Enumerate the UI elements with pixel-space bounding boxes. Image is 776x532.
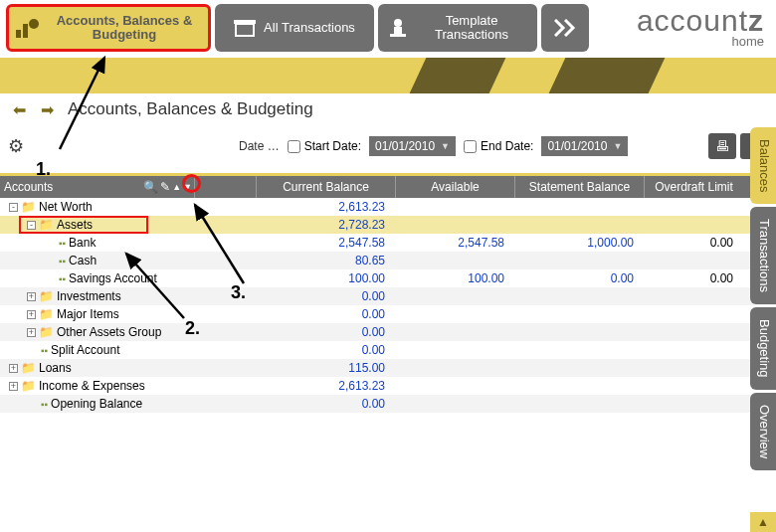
- print-button[interactable]: 🖶: [708, 133, 736, 159]
- banner-strip: [0, 58, 776, 93]
- gear-icon[interactable]: ⚙: [8, 135, 24, 157]
- svg-rect-6: [394, 27, 402, 34]
- tree-expander[interactable]: +: [27, 310, 36, 319]
- tree-expander[interactable]: -: [9, 203, 18, 212]
- page-title: Accounts, Balances & Budgeting: [68, 99, 313, 119]
- tree-label: Income & Expenses: [39, 379, 145, 393]
- end-date-label: End Date:: [481, 139, 533, 153]
- tree-expander[interactable]: +: [9, 382, 18, 391]
- table-row[interactable]: ▪▪Opening Balance0.00: [0, 395, 776, 413]
- start-date-checkbox[interactable]: Start Date:: [288, 139, 361, 153]
- column-available[interactable]: Available: [395, 176, 514, 198]
- column-current-balance[interactable]: Current Balance: [256, 176, 395, 198]
- svg-point-7: [394, 19, 402, 27]
- tree-cell: -📁Assets: [0, 218, 194, 232]
- tree-label: Bank: [69, 236, 96, 250]
- tab-balances[interactable]: Balances: [750, 127, 776, 204]
- folder-icon: 📁: [39, 218, 54, 232]
- cell-cb: 0.00: [256, 289, 395, 303]
- cell-sb: 1,000.00: [514, 236, 644, 250]
- svg-rect-3: [236, 24, 254, 36]
- tree-label: Other Assets Group: [57, 325, 161, 339]
- tree-cell: ▪▪Split Account: [0, 343, 194, 357]
- accounts-balances-button[interactable]: Accounts, Balances & Budgeting: [6, 4, 211, 52]
- table-row[interactable]: +📁Other Assets Group0.00: [0, 323, 776, 341]
- tree-cell: ▪▪Savings Account: [0, 271, 194, 285]
- column-overdraft-limit[interactable]: Overdraft Limit: [644, 176, 743, 198]
- tree-label: Savings Account: [69, 271, 157, 285]
- cell-cb: 0.00: [256, 325, 395, 339]
- column-accounts-label: Accounts: [4, 180, 53, 194]
- collapse-icon[interactable]: ▲: [172, 182, 181, 192]
- tree-cell: +📁Other Assets Group: [0, 325, 194, 339]
- cell-cb: 2,728.23: [256, 218, 395, 232]
- all-transactions-label: All Transactions: [264, 21, 355, 35]
- tree-label: Assets: [57, 218, 93, 232]
- transactions-icon: [234, 18, 256, 38]
- chart-icon: [16, 18, 40, 38]
- tree-expander[interactable]: +: [27, 292, 36, 301]
- svg-point-2: [29, 19, 39, 29]
- tree-label: Split Account: [51, 343, 119, 357]
- expand-icon[interactable]: ▼: [183, 182, 192, 192]
- end-date-value: 01/01/2010: [547, 139, 607, 153]
- folder-icon: 📁: [39, 307, 54, 321]
- tree-label: Net Worth: [39, 200, 93, 214]
- tree-expander[interactable]: +: [9, 364, 18, 373]
- cell-ol: 0.00: [644, 236, 743, 250]
- column-accounts[interactable]: Accounts 🔍 ✎ ▲ ▼: [0, 176, 194, 198]
- nav-forward-button[interactable]: ➡: [36, 100, 58, 118]
- end-date-picker[interactable]: 01/01/2010▼: [541, 136, 628, 156]
- nav-arrows: ⬅ ➡: [8, 100, 58, 118]
- template-transactions-button[interactable]: Template Transactions: [378, 4, 537, 52]
- template-transactions-label: Template Transactions: [416, 14, 527, 43]
- tab-budgeting[interactable]: Budgeting: [750, 307, 776, 390]
- table-row[interactable]: ▪▪Cash80.65: [0, 252, 776, 269]
- table-row[interactable]: +📁Major Items0.00: [0, 305, 776, 323]
- tree-label: Loans: [39, 361, 72, 375]
- edit-icon[interactable]: ✎: [160, 180, 170, 194]
- cell-cb: 2,613.23: [256, 200, 395, 214]
- tree-label: Investments: [57, 289, 121, 303]
- all-transactions-button[interactable]: All Transactions: [215, 4, 374, 52]
- table-row[interactable]: +📁Investments0.00: [0, 287, 776, 305]
- nav-back-button[interactable]: ⬅: [8, 100, 30, 118]
- side-collapse-button[interactable]: ▲: [750, 512, 776, 532]
- table-row[interactable]: +📁Loans115.00: [0, 359, 776, 377]
- cell-cb: 100.00: [256, 271, 395, 285]
- tree-expander[interactable]: -: [27, 221, 36, 230]
- brand-name-bold: z: [748, 4, 764, 37]
- more-button[interactable]: [541, 4, 589, 52]
- tree-cell: ▪▪Bank: [0, 236, 194, 250]
- folder-icon: 📁: [39, 325, 54, 339]
- table-row[interactable]: ▪▪Bank2,547.582,547.581,000.000.00: [0, 234, 776, 252]
- cell-av: 100.00: [395, 271, 514, 285]
- cell-cb: 0.00: [256, 397, 395, 411]
- breadcrumb-bar: ⬅ ➡ Accounts, Balances & Budgeting: [0, 93, 776, 123]
- cell-cb: 115.00: [256, 361, 395, 375]
- table-row[interactable]: +📁Income & Expenses2,613.23: [0, 377, 776, 395]
- table-row[interactable]: -📁Net Worth2,613.23: [0, 198, 776, 216]
- tree-cell: +📁Loans: [0, 361, 194, 375]
- tab-overview[interactable]: Overview: [750, 393, 776, 470]
- start-date-picker[interactable]: 01/01/2010▼: [369, 136, 456, 156]
- search-icon[interactable]: 🔍: [143, 180, 158, 194]
- folder-icon: 📁: [39, 289, 54, 303]
- tree-cell: ▪▪Opening Balance: [0, 397, 194, 411]
- svg-rect-1: [23, 24, 28, 38]
- table-row[interactable]: -📁Assets2,728.23: [0, 216, 776, 234]
- tab-transactions[interactable]: Transactions: [750, 207, 776, 304]
- tree-cell: -📁Net Worth: [0, 200, 194, 214]
- start-date-value: 01/01/2010: [375, 139, 435, 153]
- cell-ol: 0.00: [644, 271, 743, 285]
- tree-expander[interactable]: +: [27, 328, 36, 337]
- column-statement-balance[interactable]: Statement Balance: [514, 176, 644, 198]
- table-row[interactable]: ▪▪Savings Account100.00100.000.000.00: [0, 269, 776, 287]
- cell-cb: 0.00: [256, 343, 395, 357]
- tree-cell: ▪▪Cash: [0, 254, 194, 267]
- table-row[interactable]: ▪▪Split Account0.00: [0, 341, 776, 359]
- tree-label: Cash: [69, 254, 97, 267]
- tree-label: Opening Balance: [51, 397, 142, 411]
- folder-icon: 📁: [21, 361, 36, 375]
- end-date-checkbox[interactable]: End Date:: [464, 139, 533, 153]
